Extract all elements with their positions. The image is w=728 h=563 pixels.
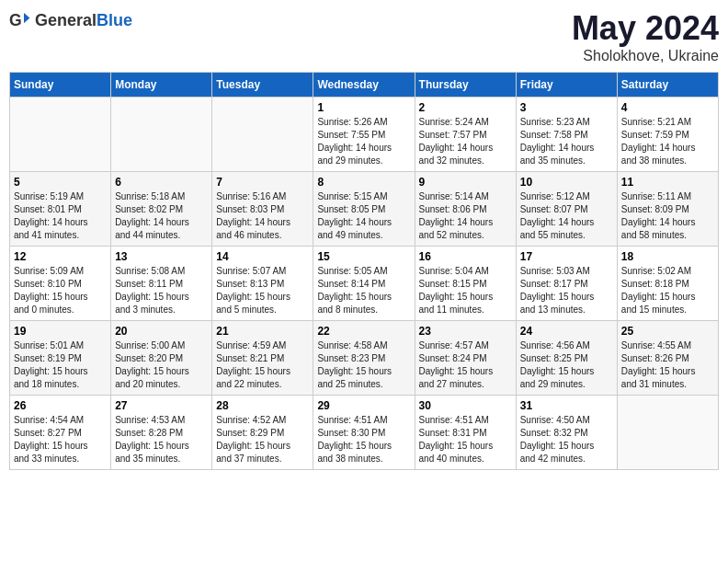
calendar-week-row: 5Sunrise: 5:19 AM Sunset: 8:01 PM Daylig… <box>10 172 719 247</box>
day-number: 8 <box>317 176 410 189</box>
day-number: 7 <box>216 176 309 189</box>
calendar-cell: 16Sunrise: 5:04 AM Sunset: 8:15 PM Dayli… <box>415 247 516 321</box>
day-number: 15 <box>317 250 410 263</box>
day-header-wednesday: Wednesday <box>313 73 415 98</box>
svg-text:G: G <box>9 11 22 29</box>
day-number: 31 <box>520 399 613 412</box>
day-header-friday: Friday <box>516 73 617 98</box>
day-info: Sunrise: 5:08 AM Sunset: 8:11 PM Dayligh… <box>115 265 208 316</box>
calendar-cell: 26Sunrise: 4:54 AM Sunset: 8:27 PM Dayli… <box>10 396 111 470</box>
day-number: 14 <box>216 250 309 263</box>
calendar-cell: 3Sunrise: 5:23 AM Sunset: 7:58 PM Daylig… <box>516 98 617 172</box>
calendar-cell: 19Sunrise: 5:01 AM Sunset: 8:19 PM Dayli… <box>10 321 111 396</box>
calendar-cell: 12Sunrise: 5:09 AM Sunset: 8:10 PM Dayli… <box>10 247 111 321</box>
calendar-cell <box>111 98 212 172</box>
day-number: 18 <box>621 250 714 263</box>
day-number: 6 <box>115 176 208 189</box>
calendar-cell: 22Sunrise: 4:58 AM Sunset: 8:23 PM Dayli… <box>313 321 415 396</box>
day-number: 23 <box>419 325 512 338</box>
calendar-cell: 31Sunrise: 4:50 AM Sunset: 8:32 PM Dayli… <box>516 396 617 470</box>
logo-text-blue: Blue <box>97 11 132 29</box>
day-number: 16 <box>419 250 512 263</box>
day-info: Sunrise: 5:11 AM Sunset: 8:09 PM Dayligh… <box>621 190 714 242</box>
day-header-monday: Monday <box>111 73 212 98</box>
calendar-week-row: 19Sunrise: 5:01 AM Sunset: 8:19 PM Dayli… <box>10 321 719 396</box>
calendar-week-row: 1Sunrise: 5:26 AM Sunset: 7:55 PM Daylig… <box>10 98 719 172</box>
day-number: 10 <box>520 176 613 189</box>
calendar-cell <box>212 98 313 172</box>
day-info: Sunrise: 5:24 AM Sunset: 7:57 PM Dayligh… <box>419 116 512 167</box>
calendar-week-row: 26Sunrise: 4:54 AM Sunset: 8:27 PM Dayli… <box>10 396 719 470</box>
calendar-cell: 1Sunrise: 5:26 AM Sunset: 7:55 PM Daylig… <box>313 98 415 172</box>
day-number: 28 <box>216 399 309 412</box>
day-info: Sunrise: 5:09 AM Sunset: 8:10 PM Dayligh… <box>14 265 107 316</box>
day-info: Sunrise: 5:19 AM Sunset: 8:01 PM Dayligh… <box>14 190 107 242</box>
logo-icon: G <box>9 9 31 31</box>
day-number: 29 <box>317 399 410 412</box>
day-number: 17 <box>520 250 613 263</box>
day-header-tuesday: Tuesday <box>212 73 313 98</box>
calendar: SundayMondayTuesdayWednesdayThursdayFrid… <box>9 72 719 470</box>
day-number: 24 <box>520 325 613 338</box>
day-info: Sunrise: 4:52 AM Sunset: 8:29 PM Dayligh… <box>216 414 309 465</box>
day-number: 30 <box>419 399 512 412</box>
calendar-cell: 7Sunrise: 5:16 AM Sunset: 8:03 PM Daylig… <box>212 172 313 247</box>
day-info: Sunrise: 5:05 AM Sunset: 8:14 PM Dayligh… <box>317 265 410 316</box>
logo: G GeneralBlue <box>9 9 132 31</box>
day-info: Sunrise: 5:26 AM Sunset: 7:55 PM Dayligh… <box>317 116 410 167</box>
calendar-cell: 13Sunrise: 5:08 AM Sunset: 8:11 PM Dayli… <box>111 247 212 321</box>
day-info: Sunrise: 5:00 AM Sunset: 8:20 PM Dayligh… <box>115 339 208 391</box>
day-info: Sunrise: 5:21 AM Sunset: 7:59 PM Dayligh… <box>621 116 714 167</box>
calendar-cell: 6Sunrise: 5:18 AM Sunset: 8:02 PM Daylig… <box>111 172 212 247</box>
calendar-cell: 5Sunrise: 5:19 AM Sunset: 8:01 PM Daylig… <box>10 172 111 247</box>
header: G GeneralBlue May 2024 Sholokhove, Ukrai… <box>9 9 719 64</box>
day-info: Sunrise: 5:16 AM Sunset: 8:03 PM Dayligh… <box>216 190 309 242</box>
location: Sholokhove, Ukraine <box>572 48 719 64</box>
day-number: 25 <box>621 325 714 338</box>
calendar-cell: 29Sunrise: 4:51 AM Sunset: 8:30 PM Dayli… <box>313 396 415 470</box>
day-number: 19 <box>14 325 107 338</box>
day-header-sunday: Sunday <box>10 73 111 98</box>
calendar-cell: 15Sunrise: 5:05 AM Sunset: 8:14 PM Dayli… <box>313 247 415 321</box>
day-number: 9 <box>419 176 512 189</box>
day-info: Sunrise: 5:04 AM Sunset: 8:15 PM Dayligh… <box>419 265 512 316</box>
day-number: 20 <box>115 325 208 338</box>
calendar-cell: 30Sunrise: 4:51 AM Sunset: 8:31 PM Dayli… <box>415 396 516 470</box>
calendar-cell: 20Sunrise: 5:00 AM Sunset: 8:20 PM Dayli… <box>111 321 212 396</box>
day-info: Sunrise: 4:53 AM Sunset: 8:28 PM Dayligh… <box>115 414 208 465</box>
calendar-cell: 23Sunrise: 4:57 AM Sunset: 8:24 PM Dayli… <box>415 321 516 396</box>
day-number: 11 <box>621 176 714 189</box>
calendar-cell: 4Sunrise: 5:21 AM Sunset: 7:59 PM Daylig… <box>617 98 718 172</box>
day-header-saturday: Saturday <box>617 73 718 98</box>
day-info: Sunrise: 4:59 AM Sunset: 8:21 PM Dayligh… <box>216 339 309 391</box>
calendar-cell: 8Sunrise: 5:15 AM Sunset: 8:05 PM Daylig… <box>313 172 415 247</box>
title-area: May 2024 Sholokhove, Ukraine <box>572 9 719 64</box>
calendar-cell: 27Sunrise: 4:53 AM Sunset: 8:28 PM Dayli… <box>111 396 212 470</box>
day-number: 1 <box>317 101 410 114</box>
day-info: Sunrise: 5:18 AM Sunset: 8:02 PM Dayligh… <box>115 190 208 242</box>
day-info: Sunrise: 5:12 AM Sunset: 8:07 PM Dayligh… <box>520 190 613 242</box>
day-number: 5 <box>14 176 107 189</box>
day-info: Sunrise: 5:02 AM Sunset: 8:18 PM Dayligh… <box>621 265 714 316</box>
calendar-cell: 9Sunrise: 5:14 AM Sunset: 8:06 PM Daylig… <box>415 172 516 247</box>
calendar-cell: 2Sunrise: 5:24 AM Sunset: 7:57 PM Daylig… <box>415 98 516 172</box>
day-info: Sunrise: 4:57 AM Sunset: 8:24 PM Dayligh… <box>419 339 512 391</box>
day-info: Sunrise: 5:07 AM Sunset: 8:13 PM Dayligh… <box>216 265 309 316</box>
day-number: 21 <box>216 325 309 338</box>
day-info: Sunrise: 4:58 AM Sunset: 8:23 PM Dayligh… <box>317 339 410 391</box>
day-info: Sunrise: 5:03 AM Sunset: 8:17 PM Dayligh… <box>520 265 613 316</box>
day-info: Sunrise: 4:55 AM Sunset: 8:26 PM Dayligh… <box>621 339 714 391</box>
day-number: 13 <box>115 250 208 263</box>
calendar-cell: 10Sunrise: 5:12 AM Sunset: 8:07 PM Dayli… <box>516 172 617 247</box>
day-number: 4 <box>621 101 714 114</box>
calendar-cell <box>10 98 111 172</box>
day-number: 22 <box>317 325 410 338</box>
day-info: Sunrise: 5:15 AM Sunset: 8:05 PM Dayligh… <box>317 190 410 242</box>
calendar-cell <box>617 396 718 470</box>
day-info: Sunrise: 5:01 AM Sunset: 8:19 PM Dayligh… <box>14 339 107 391</box>
day-info: Sunrise: 4:51 AM Sunset: 8:30 PM Dayligh… <box>317 414 410 465</box>
day-number: 27 <box>115 399 208 412</box>
svg-marker-1 <box>24 13 29 23</box>
calendar-cell: 25Sunrise: 4:55 AM Sunset: 8:26 PM Dayli… <box>617 321 718 396</box>
calendar-cell: 14Sunrise: 5:07 AM Sunset: 8:13 PM Dayli… <box>212 247 313 321</box>
